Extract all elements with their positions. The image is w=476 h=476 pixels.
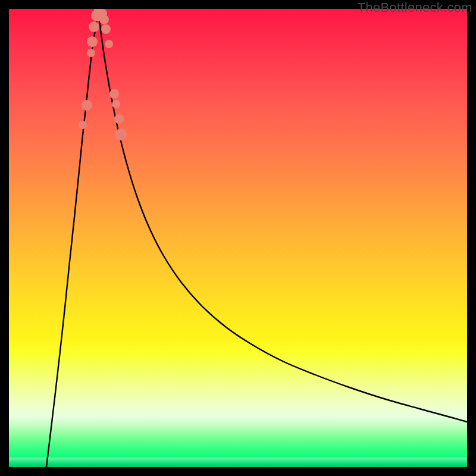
data-point — [114, 114, 124, 124]
chart-svg — [9, 9, 467, 467]
data-point — [79, 121, 87, 129]
curve-group — [46, 9, 467, 467]
data-point — [115, 129, 127, 140]
data-point — [101, 24, 111, 34]
curve-left — [46, 9, 98, 467]
data-point — [112, 100, 120, 108]
attribution-label: TheBottleneck.com — [358, 0, 472, 15]
plot-area — [9, 9, 467, 467]
data-point — [87, 49, 95, 57]
data-point — [89, 21, 99, 32]
data-point — [99, 15, 109, 24]
data-point — [87, 36, 98, 47]
data-point — [105, 40, 113, 48]
data-point — [109, 89, 119, 99]
data-points — [79, 9, 127, 140]
data-point — [82, 100, 92, 111]
curve-right — [98, 9, 467, 422]
chart-container: TheBottleneck.com — [0, 0, 476, 476]
